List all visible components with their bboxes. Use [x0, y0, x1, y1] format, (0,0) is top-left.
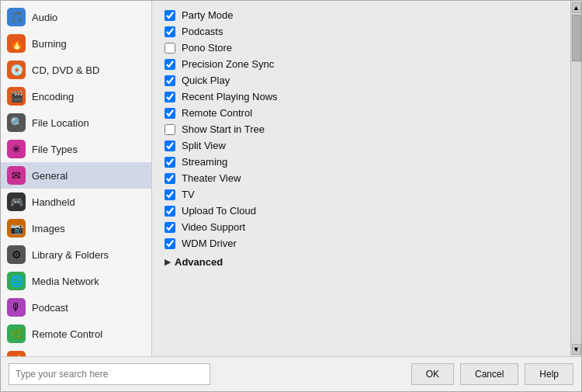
- sidebar-item-cd[interactable]: 💿CD, DVD & BD: [1, 57, 151, 83]
- sidebar-item-handheld[interactable]: 🎮Handheld: [1, 189, 151, 215]
- checkbox-podcasts[interactable]: [165, 26, 175, 37]
- sidebar-label-remote: Remote Control: [32, 328, 102, 340]
- check-label-pono-store: Pono Store: [182, 42, 232, 54]
- sidebar-label-podcast: Podcast: [32, 302, 68, 314]
- scroll-thumb[interactable]: [572, 15, 581, 61]
- check-item-video-support[interactable]: Video Support: [165, 219, 558, 235]
- checkbox-pono-store[interactable]: [165, 43, 175, 54]
- checkbox-quick-play[interactable]: [165, 75, 175, 86]
- check-item-party-mode[interactable]: Party Mode: [165, 7, 558, 23]
- check-label-tv: TV: [182, 189, 195, 200]
- general-icon: ✉: [7, 166, 26, 185]
- sidebar: 🎵Audio🔥Burning💿CD, DVD & BD🎬Encoding🔍Fil…: [1, 1, 152, 356]
- remote-icon: 🌿: [7, 324, 26, 343]
- checkbox-split-view[interactable]: [165, 140, 175, 151]
- checkbox-show-start-in-tree[interactable]: [165, 124, 175, 135]
- scroll-down-button[interactable]: ▼: [572, 344, 581, 355]
- podcast-icon: 🎙: [7, 298, 26, 317]
- right-panel: Party ModePodcastsPono StorePrecision Zo…: [152, 1, 570, 356]
- sidebar-item-media-network[interactable]: 🌐Media Network: [1, 268, 151, 294]
- check-label-streaming: Streaming: [182, 156, 227, 168]
- handheld-icon: 🎮: [7, 193, 26, 211]
- encoding-icon: 🎬: [7, 87, 26, 106]
- sidebar-item-library[interactable]: ⚙Library & Folders: [1, 241, 151, 268]
- check-item-streaming[interactable]: Streaming: [165, 154, 558, 170]
- sidebar-label-general: General: [32, 170, 68, 182]
- sidebar-item-audio[interactable]: 🎵Audio: [1, 4, 151, 30]
- cancel-button[interactable]: Cancel: [460, 363, 518, 385]
- main-content: 🎵Audio🔥Burning💿CD, DVD & BD🎬Encoding🔍Fil…: [1, 1, 581, 356]
- file-location-icon: 🔍: [7, 113, 26, 132]
- sidebar-item-images[interactable]: 📷Images: [1, 215, 151, 241]
- check-label-video-support: Video Support: [182, 221, 245, 233]
- help-button[interactable]: Help: [525, 363, 573, 385]
- sidebar-item-burning[interactable]: 🔥Burning: [1, 30, 151, 57]
- checkbox-video-support[interactable]: [165, 222, 175, 233]
- sidebar-item-file-types[interactable]: ✳File Types: [1, 136, 151, 162]
- sidebar-label-file-types: File Types: [32, 144, 78, 155]
- check-label-party-mode: Party Mode: [182, 9, 233, 21]
- checklist-area: Party ModePodcastsPono StorePrecision Zo…: [152, 1, 570, 356]
- bottom-bar: OK Cancel Help: [1, 356, 581, 391]
- services-icon: ⚡: [7, 351, 26, 356]
- checkbox-wdm-driver[interactable]: [165, 238, 175, 249]
- library-icon: ⚙: [7, 245, 26, 264]
- images-icon: 📷: [7, 219, 26, 238]
- sidebar-item-general[interactable]: ✉General: [1, 162, 151, 189]
- advanced-row[interactable]: ▶Advanced: [165, 252, 558, 272]
- sidebar-item-encoding[interactable]: 🎬Encoding: [1, 83, 151, 109]
- sidebar-item-services[interactable]: ⚡Services: [1, 347, 151, 356]
- check-item-wdm-driver[interactable]: WDM Driver: [165, 235, 558, 252]
- search-input[interactable]: [9, 363, 210, 385]
- check-label-split-view: Split View: [182, 140, 226, 151]
- check-label-precision-zone-sync: Precision Zone Sync: [182, 58, 274, 70]
- check-item-recent-playing-nows[interactable]: Recent Playing Nows: [165, 88, 558, 105]
- check-item-split-view[interactable]: Split View: [165, 137, 558, 154]
- checkbox-theater-view[interactable]: [165, 173, 175, 184]
- scroll-up-button[interactable]: ▲: [572, 2, 581, 13]
- check-label-recent-playing-nows: Recent Playing Nows: [182, 91, 278, 102]
- advanced-arrow-icon: ▶: [165, 257, 171, 267]
- check-label-show-start-in-tree: Show Start in Tree: [182, 123, 265, 135]
- audio-icon: 🎵: [7, 8, 26, 26]
- checkbox-recent-playing-nows[interactable]: [165, 92, 175, 102]
- sidebar-label-encoding: Encoding: [32, 91, 74, 102]
- check-item-precision-zone-sync[interactable]: Precision Zone Sync: [165, 56, 558, 72]
- check-item-theater-view[interactable]: Theater View: [165, 170, 558, 186]
- ok-button[interactable]: OK: [411, 363, 454, 385]
- sidebar-item-file-location[interactable]: 🔍File Location: [1, 109, 151, 136]
- sidebar-label-handheld: Handheld: [32, 196, 75, 208]
- check-item-pono-store[interactable]: Pono Store: [165, 40, 558, 56]
- sidebar-label-audio: Audio: [32, 12, 57, 23]
- check-label-upload-to-cloud: Upload To Cloud: [182, 205, 256, 217]
- check-item-podcasts[interactable]: Podcasts: [165, 23, 558, 40]
- checkbox-remote-control[interactable]: [165, 108, 175, 119]
- check-item-tv[interactable]: TV: [165, 186, 558, 203]
- media-network-icon: 🌐: [7, 272, 26, 290]
- check-item-quick-play[interactable]: Quick Play: [165, 72, 558, 88]
- sidebar-label-images: Images: [32, 223, 65, 234]
- check-label-theater-view: Theater View: [182, 172, 241, 184]
- sidebar-label-burning: Burning: [32, 38, 67, 50]
- sidebar-label-media-network: Media Network: [32, 276, 99, 287]
- check-item-upload-to-cloud[interactable]: Upload To Cloud: [165, 203, 558, 219]
- checkbox-party-mode[interactable]: [165, 10, 175, 21]
- check-item-show-start-in-tree[interactable]: Show Start in Tree: [165, 121, 558, 137]
- sidebar-item-remote[interactable]: 🌿Remote Control: [1, 321, 151, 347]
- check-label-wdm-driver: WDM Driver: [182, 238, 237, 249]
- sidebar-label-file-location: File Location: [32, 117, 89, 129]
- file-types-icon: ✳: [7, 140, 26, 158]
- advanced-label: Advanced: [175, 256, 223, 268]
- checkbox-tv[interactable]: [165, 189, 175, 200]
- sidebar-label-cd: CD, DVD & BD: [32, 64, 99, 76]
- sidebar-label-library: Library & Folders: [32, 249, 109, 261]
- check-label-remote-control: Remote Control: [182, 107, 252, 119]
- check-item-remote-control[interactable]: Remote Control: [165, 105, 558, 121]
- checkbox-precision-zone-sync[interactable]: [165, 59, 175, 70]
- checkbox-streaming[interactable]: [165, 157, 175, 168]
- scrollbar-track: ▲ ▼: [570, 1, 581, 356]
- checkbox-upload-to-cloud[interactable]: [165, 206, 175, 217]
- cd-icon: 💿: [7, 61, 26, 79]
- sidebar-item-podcast[interactable]: 🎙Podcast: [1, 294, 151, 321]
- burning-icon: 🔥: [7, 34, 26, 53]
